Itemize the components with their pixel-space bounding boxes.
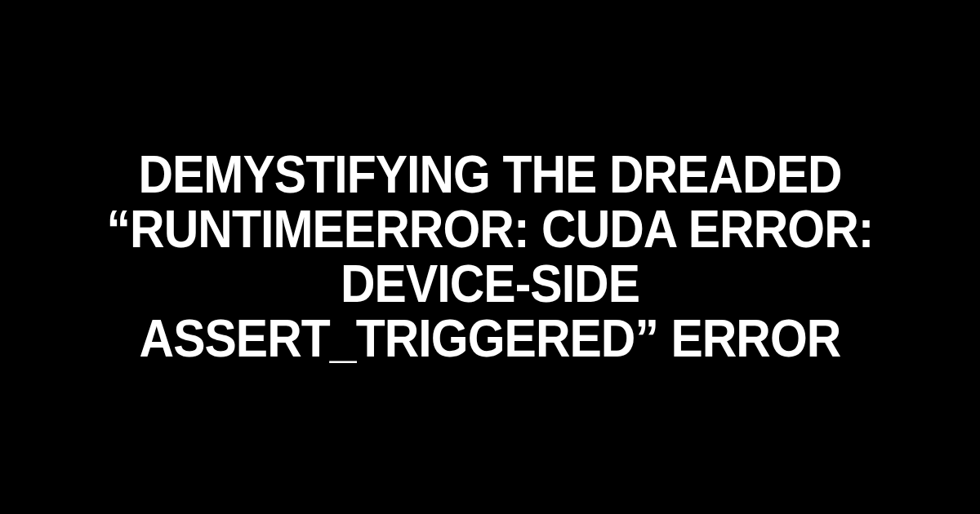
page-title: DEMYSTIFYING THE DREADED “RUNTIMEERROR: …: [77, 148, 903, 367]
